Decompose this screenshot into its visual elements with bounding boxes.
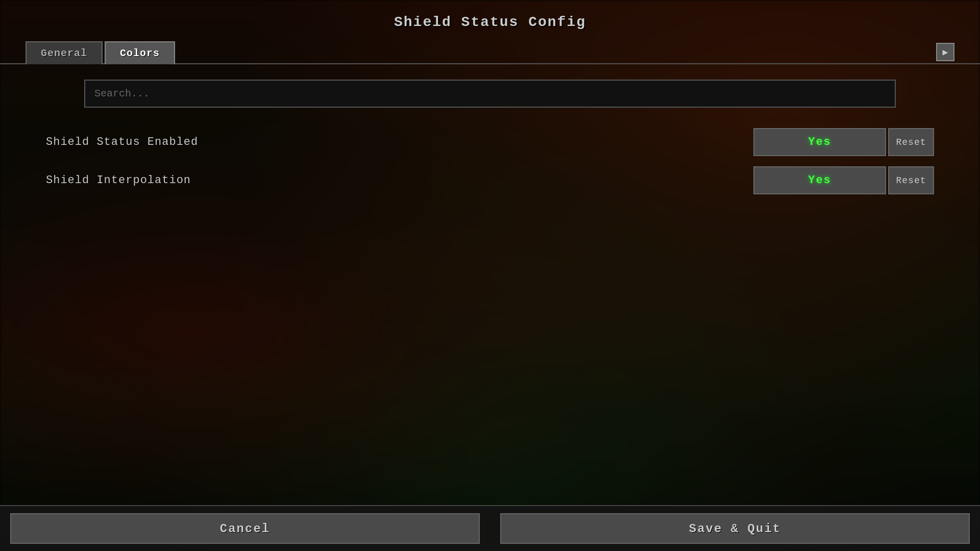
cancel-button[interactable]: Cancel <box>10 513 480 544</box>
config-controls-shield-interpolation: Yes Reset <box>753 166 934 194</box>
config-row-shield-interpolation: Shield Interpolation Yes Reset <box>26 161 954 199</box>
config-label-shield-status-enabled: Shield Status Enabled <box>46 136 198 148</box>
tab-colors[interactable]: Colors <box>105 41 175 64</box>
config-controls-shield-status-enabled: Yes Reset <box>753 128 934 156</box>
title-bar: Shield Status Config <box>0 0 980 40</box>
toggle-shield-status-enabled[interactable]: Yes <box>753 128 886 156</box>
chevron-right-icon: ▶ <box>943 46 948 58</box>
tab-bar: General Colors ▶ <box>0 40 980 64</box>
search-input[interactable] <box>84 80 896 108</box>
search-container <box>84 80 896 108</box>
toggle-shield-interpolation[interactable]: Yes <box>753 166 886 194</box>
main-container: Shield Status Config General Colors ▶ Sh… <box>0 0 980 551</box>
tab-next-arrow[interactable]: ▶ <box>936 43 954 61</box>
page-title: Shield Status Config <box>394 14 586 30</box>
tab-general[interactable]: General <box>26 41 103 64</box>
config-label-shield-interpolation: Shield Interpolation <box>46 174 191 187</box>
bottom-bar: Cancel Save & Quit <box>0 505 980 551</box>
config-row-shield-status-enabled: Shield Status Enabled Yes Reset <box>26 123 954 161</box>
save-quit-button[interactable]: Save & Quit <box>500 513 970 544</box>
content-area: Shield Status Enabled Yes Reset Shield I… <box>0 64 980 505</box>
reset-shield-interpolation[interactable]: Reset <box>888 166 934 194</box>
reset-shield-status-enabled[interactable]: Reset <box>888 128 934 156</box>
